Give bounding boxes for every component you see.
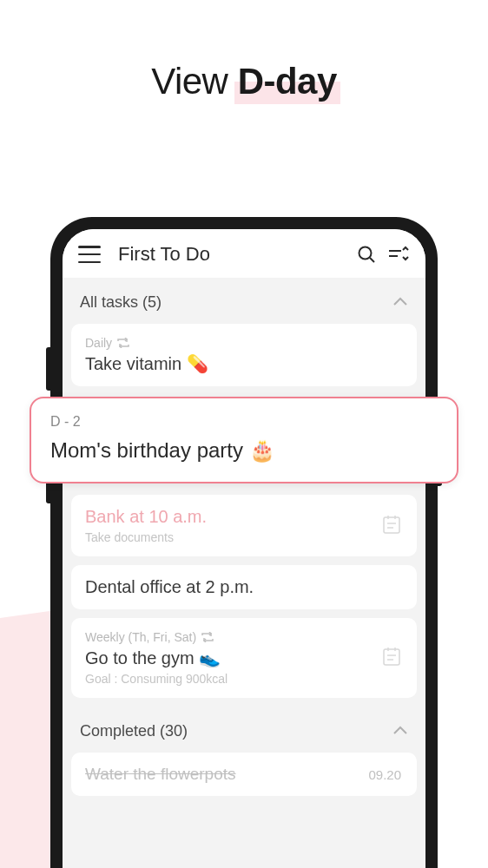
section-label: All tasks (5) — [80, 293, 162, 312]
phone-button — [46, 347, 50, 391]
phone-screen: First To Do All tasks (5) — [63, 229, 425, 868]
completed-date: 09.20 — [368, 767, 401, 782]
task-meta: D - 2 — [50, 414, 438, 430]
phone-frame: First To Do All tasks (5) — [50, 217, 438, 868]
section-label: Completed (30) — [80, 722, 188, 740]
highlighted-task-card[interactable]: D - 2 Mom's birthday party 🎂 — [30, 397, 458, 483]
svg-point-0 — [359, 247, 372, 260]
app-header: First To Do — [63, 229, 425, 278]
task-meta: Weekly (Th, Fri, Sat) — [85, 630, 403, 644]
task-title: Mom's birthday party 🎂 — [50, 438, 438, 463]
menu-icon[interactable] — [78, 246, 101, 263]
sort-icon[interactable] — [387, 244, 410, 265]
task-title: Take vitamin 💊 — [85, 353, 403, 374]
svg-line-1 — [370, 258, 374, 262]
svg-rect-9 — [384, 649, 399, 665]
task-title: Go to the gym 👟 — [85, 648, 403, 668]
svg-rect-4 — [384, 517, 399, 533]
task-meta-label: Daily — [85, 336, 112, 350]
task-card[interactable]: Daily Take vitamin 💊 — [71, 324, 417, 386]
note-icon — [382, 514, 401, 538]
app-body: All tasks (5) Daily Take vi — [63, 278, 425, 868]
task-title: Dental office at 2 p.m. — [85, 577, 403, 597]
promo-bold: D-day — [238, 61, 337, 102]
promo-title: View D-day — [0, 61, 488, 102]
task-subtitle: Take documents — [85, 530, 403, 544]
task-card[interactable]: Bank at 10 a.m. Take documents — [71, 495, 417, 556]
app-title: First To Do — [118, 243, 346, 266]
promo-prefix: View — [151, 61, 237, 102]
chevron-up-icon — [392, 293, 408, 312]
task-card-completed[interactable]: Water the flowerpots 09.20 — [71, 753, 417, 796]
repeat-icon — [117, 338, 129, 348]
task-subtitle: Goal : Consuming 900kcal — [85, 672, 403, 686]
task-card[interactable]: Weekly (Th, Fri, Sat) Go to the gym 👟 Go… — [71, 618, 417, 698]
chevron-up-icon — [392, 722, 408, 740]
task-meta: Daily — [85, 336, 403, 350]
search-icon[interactable] — [356, 244, 377, 265]
task-card[interactable]: Dental office at 2 p.m. — [71, 565, 417, 609]
task-title: Water the flowerpots — [85, 765, 403, 784]
note-icon — [382, 646, 401, 670]
section-all-tasks[interactable]: All tasks (5) — [71, 278, 417, 324]
task-meta-label: Weekly (Th, Fri, Sat) — [85, 630, 196, 644]
section-completed[interactable]: Completed (30) — [71, 707, 417, 753]
task-title: Bank at 10 a.m. — [85, 507, 403, 527]
repeat-icon — [201, 632, 214, 642]
